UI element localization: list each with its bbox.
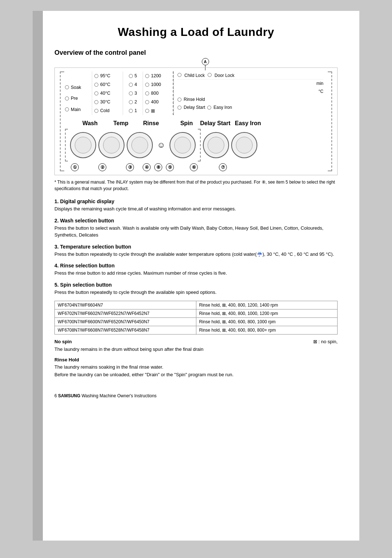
smiley-icon: ☺ [155,140,167,150]
num-1: ① [71,163,79,171]
point-a-circle: A [202,58,209,65]
overview-heading: Overview of the control panel [54,49,338,57]
no-spin-x-note: ⊠ : no spin, [313,338,338,346]
radio-childlock [177,73,181,77]
label-rinse: Rinse [137,120,165,127]
section-5-body: Press the button repeatedly to cycle thr… [54,289,338,296]
section-2-title: 2. Wash selection button [54,218,338,223]
radio-r4 [129,83,133,87]
temp-95: 95°C [94,71,121,80]
dial-spin-inner [174,137,191,153]
radio-95 [94,74,98,78]
radio-60 [94,83,98,87]
page: Washing a Load of Laundry Overview of th… [33,11,359,541]
spin-1200: 1200 [145,71,171,80]
section-4: 4. Rinse selection button Press the rins… [54,263,338,277]
section-2-body: Press the button to select wash. Wash is… [54,225,338,239]
no-spin-body: The laundry remains in the drum without … [54,346,338,353]
label-wash: Wash [75,120,105,127]
num-7: ⑦ [219,163,227,171]
num-6: ⑥ [190,163,198,171]
dial-rinse [127,132,153,158]
radio-soak [65,85,69,89]
page-title: Washing a Load of Laundry [54,25,338,39]
radio-r2 [129,100,133,104]
num-2: ② [98,163,106,171]
spin-speeds: Rinse hold, ⊠, 400, 800, 1200, 1400 rpm [196,301,338,309]
dial-temp [98,132,124,158]
dial-spin [170,132,196,158]
radio-s1200 [145,74,149,78]
spin-table-row: WF6708N7/WF6608N7/WF6528N7/WF6458N7Rinse… [55,326,338,335]
wash-row-main: Main [65,105,90,114]
dial-rinse-inner [131,137,148,153]
num-5: ⑤ [166,163,174,171]
dial-wash-inner [75,137,91,153]
section-1: 1. Digital graphic display Displays the … [54,198,338,213]
radio-snospin [145,109,149,113]
dial-temp-inner [103,137,120,153]
options-row1: Child Lock Door Lock [177,73,234,78]
spin-model: WF6708N7/WF6608N7/WF6528N7/WF6458N7 [55,326,196,335]
radio-delaystart [177,106,181,110]
numbers-row: ① ② ③ ④ ⑧ ⑤ ⑥ ⑦ [65,163,327,171]
spin-table-row: WF6704N7/WF6604N7Rinse hold, ⊠, 400, 800… [55,301,338,309]
section-4-title: 4. Rinse selection button [54,263,338,268]
no-spin-section: No spin ⊠ : no spin, The laundry remains… [54,338,338,353]
radio-main [65,107,69,111]
footer-page: 6 [54,393,57,398]
spin-table-row: WF6700N7/WF6600N7/WF6520N7/WF6450N7Rinse… [55,318,338,326]
wash-row-soak: Soak [65,83,90,92]
spin-speeds: Rinse hold, ⊠, 400, 600, 800, 1000 rpm [196,318,338,326]
section-3-body: Press the button repeatedly to cycle thr… [54,251,338,258]
num-4: ④ [143,163,151,171]
footer: 6 SAMSUNG Washing Machine Owner's Instru… [54,393,338,398]
rinse-2: 2 [129,98,137,106]
control-panel-inner: Soak Pre Main [54,67,338,175]
dial-easyiron [231,132,257,158]
spin-table-row: WF6702N7/WF6602N7/WF6522N7/WF6452N7Rinse… [55,309,338,318]
dial-delay-inner [208,137,224,153]
spin-speeds: Rinse hold, ⊠, 400, 800, 1000, 1200 rpm [196,309,338,318]
radio-rinsehold [177,98,181,102]
label-spin: Spin [176,120,197,127]
spin-800: 800 [145,89,171,98]
radio-s400 [145,100,149,104]
radio-s1000 [145,83,149,87]
radio-40 [94,91,98,95]
rinse-4: 4 [129,80,137,89]
spin-speed-table: WF6704N7/WF6604N7Rinse hold, ⊠, 400, 800… [54,301,338,335]
radio-r5 [129,74,133,78]
label-easy-iron: Easy Iron [233,120,262,127]
section-2: 2. Wash selection button Press the butto… [54,218,338,239]
rinse-hold-body: The laundry remains soaking in the final… [54,364,338,379]
footer-brand: SAMSUNG [58,393,80,398]
spin-1000: 1000 [145,80,171,89]
radio-30 [94,100,98,104]
num-8: ⑧ [154,163,162,171]
control-panel-diagram: A Soak [54,67,338,175]
section-5: 5. Spin selection button Press the butto… [54,282,338,296]
temp-cold: Cold [94,106,121,115]
section-5-title: 5. Spin selection button [54,282,338,288]
dial-wash [70,132,96,158]
no-spin-label: No spin [54,338,72,346]
footer-text: Washing Machine Owner's Instructions [82,393,157,398]
radio-r1 [129,109,133,113]
rinse-hold-label: Rinse Hold [54,356,338,364]
temp-30: 30°C [94,98,121,106]
spin-nospin: ⊠ [145,106,171,115]
label-temp: Temp [105,120,137,127]
label-delay-start: Delay Start [197,120,233,127]
dial-delay [203,132,229,158]
options-row3: °C [177,87,323,95]
rinse-3: 3 [129,89,137,98]
spin-model: WF6700N7/WF6600N7/WF6520N7/WF6450N7 [55,318,196,326]
section-1-title: 1. Digital graphic display [54,198,338,204]
section-1-body: Displays the remaining wash cycle time,a… [54,205,338,213]
spin-speeds: Rinse hold, ⊠, 400, 600, 800, 800+ rpm [196,326,338,335]
section-3-title: 3. Temperature selection button [54,244,338,250]
radio-s800 [145,91,149,95]
radio-cold [94,109,98,113]
radio-easyiron [207,106,211,110]
